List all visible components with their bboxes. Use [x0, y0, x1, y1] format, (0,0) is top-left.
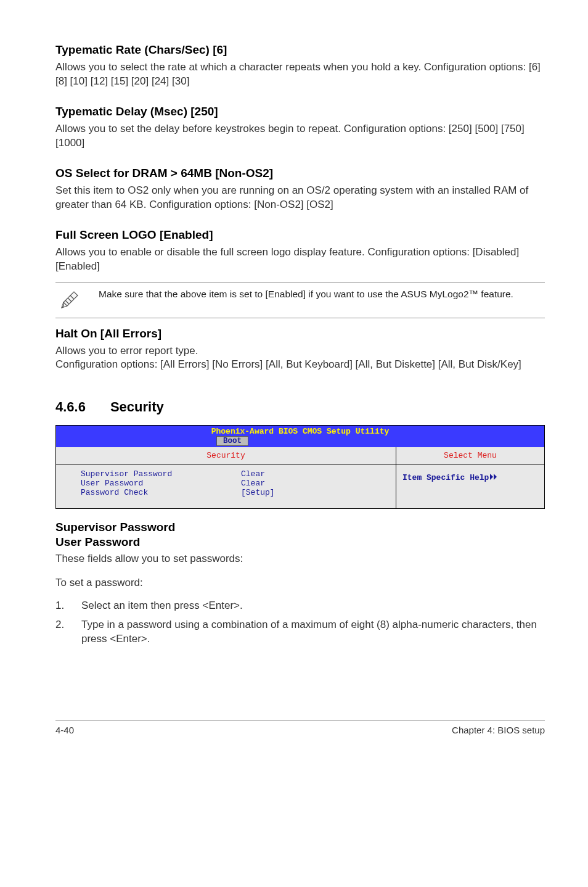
- bios-row-supervisor: Supervisor Password Clear: [81, 469, 396, 479]
- bios-title: Phoenix-Award BIOS CMOS Setup Utility: [56, 426, 544, 436]
- password-to-set: To set a password:: [55, 576, 545, 590]
- heading-os-select: OS Select for DRAM > 64MB [Non-OS2]: [55, 167, 545, 180]
- list-item: 2. Type in a password using a combinatio…: [55, 618, 545, 646]
- section-title: Security: [110, 399, 164, 415]
- body-typematic-delay: Allows you to set the delay before keyst…: [55, 122, 545, 151]
- body-full-screen-logo: Allows you to enable or disable the full…: [55, 245, 545, 274]
- bios-tab-boot: Boot: [216, 436, 248, 446]
- password-steps: 1. Select an item then press <Enter>. 2.…: [55, 599, 545, 646]
- bios-left-header: Security: [56, 447, 396, 464]
- section-number: 4.6.6: [55, 399, 86, 415]
- heading-full-screen-logo: Full Screen LOGO [Enabled]: [55, 228, 545, 242]
- heading-user-password: User Password: [55, 535, 545, 550]
- bios-label: User Password: [81, 479, 241, 488]
- body-os-select: Set this item to OS2 only when you are r…: [55, 184, 545, 212]
- list-text: Select an item then press <Enter>.: [81, 599, 545, 613]
- bios-settings: Supervisor Password Clear User Password …: [56, 464, 396, 508]
- bios-value: Clear: [241, 469, 265, 479]
- bios-value: Clear: [241, 479, 265, 488]
- note-text: Make sure that the above item is set to …: [99, 288, 513, 301]
- bios-row-user: User Password Clear: [81, 479, 396, 488]
- heading-supervisor-password: Supervisor Password: [55, 520, 545, 535]
- footer-page-number: 4-40: [55, 725, 74, 735]
- bios-tab-bar: Boot: [56, 436, 544, 447]
- list-number: 2.: [55, 618, 81, 646]
- bios-screenshot: Phoenix-Award BIOS CMOS Setup Utility Bo…: [55, 425, 545, 509]
- footer-chapter: Chapter 4: BIOS setup: [452, 725, 545, 735]
- password-intro: These fields allow you to set passwords:: [55, 552, 545, 566]
- heading-halt-on: Halt On [All Errors]: [55, 327, 545, 340]
- heading-security-section: 4.6.6 Security: [55, 399, 545, 415]
- bios-help: Item Specific Help: [396, 464, 544, 491]
- heading-typematic-rate: Typematic Rate (Chars/Sec) [6]: [55, 43, 545, 57]
- bios-help-text: Item Specific Help: [402, 473, 489, 482]
- heading-typematic-delay: Typematic Delay (Msec) [250]: [55, 105, 545, 118]
- bios-value: [Setup]: [241, 488, 275, 497]
- body-halt-on: Allows you to error report type. Configu…: [55, 344, 545, 373]
- bios-right-header: Select Menu: [396, 447, 544, 464]
- pencil-icon: [59, 289, 80, 313]
- body-typematic-rate: Allows you to select the rate at which a…: [55, 60, 545, 89]
- triangle-right-icon: [490, 473, 500, 482]
- bios-label: Password Check: [81, 488, 241, 497]
- list-text: Type in a password using a combination o…: [81, 618, 545, 646]
- bios-label: Supervisor Password: [81, 469, 241, 479]
- list-number: 1.: [55, 599, 81, 613]
- list-item: 1. Select an item then press <Enter>.: [55, 599, 545, 613]
- page-footer: 4-40 Chapter 4: BIOS setup: [55, 720, 545, 735]
- bios-row-password-check: Password Check [Setup]: [81, 488, 396, 497]
- note-block: Make sure that the above item is set to …: [55, 283, 545, 318]
